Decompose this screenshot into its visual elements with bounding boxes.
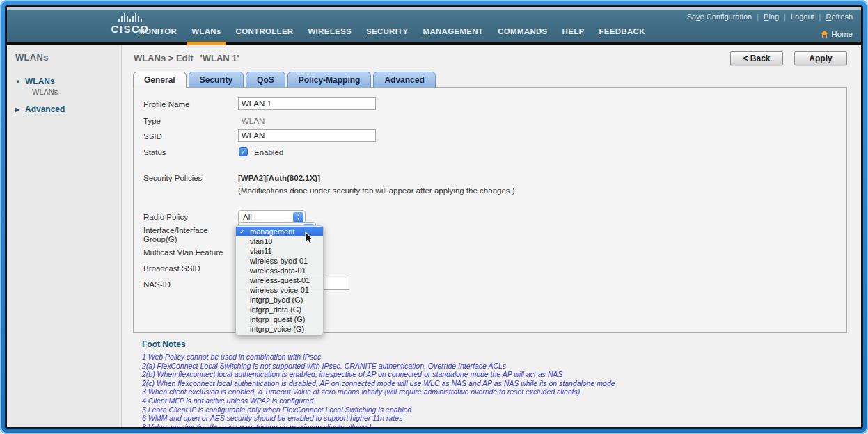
menu-wireless[interactable]: WIRELESS	[308, 23, 351, 42]
sidebar-item-wlans[interactable]: WLANs	[15, 77, 121, 86]
status-enabled-checkbox[interactable]	[239, 147, 248, 156]
interface-group-label-line1: Interface/Interface	[143, 226, 208, 234]
logout-link[interactable]: Logout	[791, 13, 814, 21]
menu-monitor[interactable]: MONITOR	[138, 23, 177, 42]
mouse-cursor-icon	[305, 232, 314, 245]
dropdown-option[interactable]: wireless-voice-01	[236, 285, 323, 295]
footnotes-title: Foot Notes	[142, 339, 847, 349]
nas-id-label: NAS-ID	[143, 280, 171, 289]
security-policies-note: (Modifications done under security tab w…	[238, 186, 515, 195]
sidebar: WLANs WLANs WLANs Advanced	[7, 45, 122, 428]
separator: |	[819, 13, 821, 21]
menu-commands[interactable]: COMMANDS	[498, 23, 547, 42]
interface-group-label-line2: Group(G)	[143, 235, 177, 243]
status-label: Status	[143, 148, 166, 156]
menu-wlans[interactable]: WLANs	[191, 23, 221, 42]
save-configuration-link[interactable]: Save Configuration	[687, 13, 752, 21]
tab-security[interactable]: Security	[189, 72, 244, 88]
back-button[interactable]: < Back	[730, 51, 783, 65]
home-icon	[821, 31, 828, 38]
sidebar-item-wlans-sub[interactable]: WLANs	[32, 88, 121, 96]
footnote-line: 8 Value zero implies there is no restric…	[142, 423, 847, 429]
tab-qos[interactable]: QoS	[246, 72, 285, 88]
menu-management[interactable]: MANAGEMENT	[423, 23, 483, 42]
footnote-line: 1 Web Policy cannot be used in combinati…	[142, 353, 847, 362]
dropdown-option[interactable]: intgrp_data (G)	[236, 305, 323, 314]
menu-feedback[interactable]: FEEDBACK	[599, 23, 645, 42]
separator: |	[757, 13, 759, 21]
wlc-web-app: CISCO Save Configuration | Ping | Logout…	[5, 5, 863, 429]
footnote-line: 6 WMM and open or AES security should be…	[142, 414, 847, 423]
footnote-line: 2(b) When flexconnect local authenticati…	[142, 370, 847, 379]
ssid-label: SSID	[143, 132, 162, 140]
ping-link[interactable]: Ping	[764, 13, 779, 21]
content-area: WLANs > Edit'WLAN 1' < Back Apply Genera…	[122, 45, 861, 428]
security-policies-value: [WPA2][Auth(802.1X)]	[238, 174, 320, 182]
type-label: Type	[143, 117, 161, 125]
footnote-line: 5 Learn Client IP is configurable only w…	[142, 405, 847, 415]
cisco-logo-bars-icon	[106, 13, 155, 22]
ssid-input[interactable]	[238, 129, 376, 142]
window-frame: CISCO Save Configuration | Ping | Logout…	[0, 0, 868, 434]
type-value: WLAN	[242, 117, 265, 125]
security-policies-label: Security Policies	[143, 174, 202, 182]
expand-icon[interactable]	[15, 106, 22, 113]
footnote-line: 2(a) FlexConnect Local Switching is not …	[142, 362, 847, 371]
dropdown-option[interactable]: wireless-data-01	[236, 266, 323, 275]
menu-help[interactable]: HELP	[562, 23, 585, 42]
separator: |	[784, 13, 786, 21]
radio-policy-label: Radio Policy	[143, 213, 188, 221]
tab-bar: General Security QoS Policy-Mapping Adva…	[133, 72, 861, 88]
header-divider	[7, 42, 861, 45]
page-title: WLANs > Edit'WLAN 1'	[134, 53, 239, 63]
profile-name-label: Profile Name	[143, 100, 189, 108]
home-link[interactable]: Home	[821, 30, 853, 38]
tab-general[interactable]: General	[133, 72, 187, 88]
multicast-vlan-label: Multicast Vlan Feature	[143, 248, 223, 257]
menu-controller[interactable]: CONTROLLER	[236, 23, 294, 42]
main-menu: MONITOR WLANs CONTROLLER WIRELESS SECURI…	[138, 23, 645, 42]
footnotes-section: Foot Notes 1 Web Policy cannot be used i…	[142, 339, 847, 429]
tab-policy-mapping[interactable]: Policy-Mapping	[287, 72, 372, 88]
sidebar-title: WLANs	[15, 52, 121, 63]
dropdown-option[interactable]: intgrp_voice (G)	[236, 324, 323, 334]
select-stepper-icon	[293, 212, 303, 223]
broadcast-ssid-label: Broadcast SSID	[143, 264, 200, 273]
dropdown-option[interactable]: wireless-guest-01	[236, 275, 323, 285]
profile-name-input[interactable]	[238, 97, 376, 110]
dropdown-option[interactable]: intgrp_byod (G)	[236, 295, 323, 305]
collapse-icon[interactable]	[15, 79, 22, 85]
dropdown-option[interactable]: wireless-byod-01	[236, 256, 323, 266]
footnote-line: 3 When client exclusion is enabled, a Ti…	[142, 387, 847, 396]
app-header: CISCO Save Configuration | Ping | Logout…	[7, 10, 861, 42]
interface-dropdown-menu: management vlan10 vlan11 wireless-byod-0…	[235, 225, 324, 335]
menu-security[interactable]: SECURITY	[366, 23, 409, 42]
tab-advanced[interactable]: Advanced	[373, 72, 435, 88]
dropdown-option[interactable]: vlan11	[236, 246, 323, 256]
footnote-line: 2(c) When flexconnect local authenticati…	[142, 379, 847, 388]
check-icon	[239, 227, 245, 236]
refresh-link[interactable]: Refresh	[826, 13, 853, 21]
utility-links: Save Configuration | Ping | Logout | Ref…	[687, 13, 853, 21]
footnote-line: 4 Client MFP is not active unless WPA2 i…	[142, 396, 847, 405]
sidebar-item-advanced[interactable]: Advanced	[15, 104, 121, 114]
status-checkbox-label: Enabled	[254, 148, 283, 156]
dropdown-option[interactable]: intgrp_guest (G)	[236, 314, 323, 324]
apply-button[interactable]: Apply	[794, 51, 847, 65]
general-tab-panel: Profile Name Type WLAN SSID Status Enabl…	[133, 87, 847, 333]
